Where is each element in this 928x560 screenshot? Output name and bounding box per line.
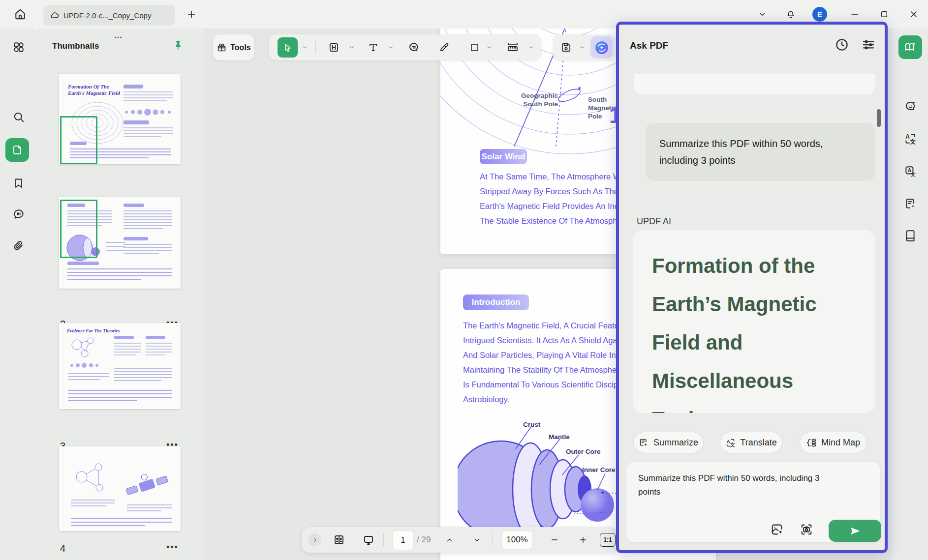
plus-icon [579,535,588,544]
window-menu-button[interactable] [754,6,771,23]
chat-scrollbar-thumb[interactable] [877,109,881,127]
bookmark-icon [13,177,25,189]
viewport-rectangle [60,200,97,258]
pdf-text-line: The Earth's Magnetic Field, A Crucial Fe… [463,321,637,330]
chevron-down-icon [758,10,767,19]
annotation-toolbar [269,34,541,60]
minimize-button[interactable] [846,6,863,23]
presentation-button[interactable] [360,531,377,549]
pencil-tool-button[interactable] [435,38,453,56]
shape-tool-button[interactable] [465,38,483,56]
solar-wind-badge: Solar Wind [480,149,527,164]
sidebar-item-attachments[interactable] [7,234,31,258]
attach-image-button[interactable] [770,523,784,536]
summarize-action-button[interactable]: Summarize [633,432,704,453]
sidebar-item-summarize[interactable] [898,192,922,215]
maximize-button[interactable] [876,6,893,23]
ai-assistant-button[interactable] [590,36,613,59]
chat-settings-button[interactable] [861,37,876,52]
chat-face-sparkle-icon [904,100,917,113]
svg-text:A: A [727,438,730,443]
thumbnail-page-2[interactable] [59,197,181,289]
pin-button[interactable] [172,39,184,51]
sidebar-divider [10,68,25,68]
measure-tool-button[interactable] [504,38,522,56]
comment-lines-icon [408,41,420,53]
sidebar-item-thumbnails[interactable] [5,138,29,162]
screenshot-button[interactable] [800,523,813,536]
rectangle-icon [469,42,480,53]
comment-icon [12,208,25,221]
page-layout-button[interactable] [330,531,348,549]
sidebar-item-translate[interactable]: A文 [898,127,922,150]
actual-size-button[interactable]: 1:1 [600,533,616,547]
zoom-out-button[interactable] [546,531,563,549]
book-sparkle-icon [904,41,917,54]
tools-button[interactable]: Tools [213,34,254,60]
save-icon [560,42,572,53]
search-icon [12,111,25,123]
save-dropdown[interactable] [578,38,587,56]
mind-map-label: Mind Map [821,438,860,448]
pdf-text-line: And Solar Particles, Playing A Vital Rol… [463,351,642,360]
avatar-initial: E [812,7,827,22]
chevron-up-icon [445,536,454,544]
translate-action-button[interactable]: A文 Translate [720,432,782,453]
thumbnail-4-menu[interactable]: ••• [166,542,179,552]
sidebar-item-bookmarks[interactable] [7,171,31,195]
sidebar-item-themes[interactable] [7,554,31,560]
sidebar-item-workspace[interactable] [7,35,31,59]
shape-tool-dropdown[interactable] [485,38,494,56]
thumbnail-page-4[interactable] [59,446,181,531]
thumbnail-4-number: 4 [60,543,65,554]
edit-text-dropdown[interactable] [347,38,356,56]
translate-label: Translate [740,438,776,448]
sidebar-item-ask-pdf[interactable] [898,35,922,59]
new-tab-button[interactable] [183,6,200,23]
chat-history-button[interactable] [835,37,849,52]
left-sidebar [0,29,34,560]
pdf-text-line: Maintaining The Stability Of The Atmosph… [463,365,639,375]
translate-arrows-icon: A文 [904,132,917,145]
sidebar-item-comments[interactable] [7,203,31,226]
previous-page-button[interactable] [440,531,458,549]
pdf-text-line: The Stable Existence Of The Atmosphere B [480,216,637,226]
select-tool-dropdown[interactable] [300,38,309,56]
measure-tool-dropdown[interactable] [526,38,535,56]
chat-input[interactable]: Summarize this PDF within 50 words, incl… [638,472,835,499]
sidebar-item-search[interactable] [7,105,31,129]
close-button[interactable] [905,6,922,23]
sidebar-item-translate-page[interactable]: A文 [898,159,922,183]
thumbnail-page-3[interactable]: Evidence For The Theories [59,323,181,409]
zoom-in-button[interactable] [574,531,592,549]
outer-core-label: Outer Core [566,447,601,456]
sidebar-item-ai-chat[interactable] [898,94,922,118]
text-tool-dropdown[interactable] [386,38,395,56]
edit-text-tool-button[interactable] [325,38,342,56]
page-number-input[interactable] [392,531,414,550]
home-icon [14,8,27,21]
account-avatar[interactable]: E [812,7,827,22]
plus-icon [186,9,197,20]
comment-tool-button[interactable] [405,38,423,56]
mind-map-action-button[interactable]: Mind Map [800,432,867,453]
sidebar-item-reader[interactable] [898,223,922,247]
save-ai-toolbar [553,34,616,60]
next-page-button[interactable] [468,531,486,549]
home-button[interactable] [12,6,29,23]
notifications-button[interactable] [782,6,799,23]
collapse-bar-button[interactable] [309,533,321,546]
ruler-icon [506,41,519,54]
send-button[interactable] [829,520,881,542]
viewport-rectangle [60,116,97,164]
panel-drag-handle[interactable]: ⋯ [114,32,124,42]
ask-pdf-title: Ask PDF [630,40,668,51]
zoom-level-control[interactable]: 100% [501,531,533,549]
pdf-text-line: Earth's Magnetic Field Provides An Indis… [480,202,638,211]
text-tool-button[interactable] [364,38,382,56]
document-tab[interactable]: UPDF-2.0-c..._Copy_Copy [43,5,175,26]
save-button[interactable] [557,38,575,56]
select-tool-button[interactable] [278,37,298,58]
grid-icon [12,41,25,54]
thumbnail-page-1[interactable]: Formation Of The Earth's Magnetic Field [59,74,181,164]
